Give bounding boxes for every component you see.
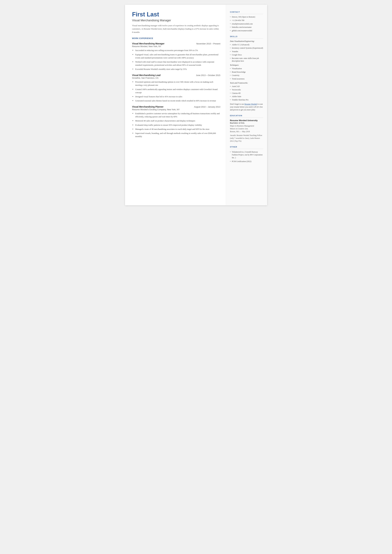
list-item: AutoCAD xyxy=(230,85,263,88)
contact-list: Denver, OH (Open to Remote) +1-234-456-7… xyxy=(230,16,263,32)
job-bullets-3: Established a positive customer service … xyxy=(132,112,220,138)
contact-item: +1-234-456-789 xyxy=(230,19,263,22)
skills-section: SKILLS Data Visualization/Engineering: A… xyxy=(230,35,263,111)
list-item: Youtube xyxy=(230,50,263,53)
edu-degree: Bachelor of Arts xyxy=(230,122,263,124)
job-title: Visual Merchandising Manager xyxy=(132,19,220,22)
job-header-3: Visual Merchandising Planner August 2010… xyxy=(132,105,220,108)
list-item: Cinema 4D xyxy=(230,92,263,95)
edu-awards: Awards: Resume Worded Teaching Fellow (o… xyxy=(230,134,263,142)
skills-category-label-3: Tools and Frameworks: xyxy=(230,82,263,84)
skills-note-prefix: Don't forget to use xyxy=(230,103,245,105)
job-title-1: Visual Merchandising Manager xyxy=(132,42,165,45)
list-item: Adobe CC (Advanced) xyxy=(230,43,263,46)
contact-item: Denver, OH (Open to Remote) xyxy=(230,16,263,18)
job-company-1: Resume Worded, New York, NY xyxy=(132,45,220,48)
other-item: Volunteered in a 3-month Runway Fashion … xyxy=(230,150,263,159)
list-item: Supervised visuals, branding, and sell t… xyxy=(132,132,220,138)
edu-location-date: Boston, MA — May 2018 xyxy=(230,130,263,133)
list-item: Presented opinions and merchandising opt… xyxy=(132,80,220,87)
list-item: Established a positive customer service … xyxy=(132,112,220,118)
list-item: Managed a team of 40 merchandising assoc… xyxy=(132,128,220,131)
list-item: Designed visual features that led to 45%… xyxy=(132,95,220,98)
list-item: Trend awareness xyxy=(230,77,263,80)
skills-note: Don't forget to use Resume Worded to sca… xyxy=(230,103,263,111)
list-item: Generated seasonal sales themes based on… xyxy=(132,99,220,102)
list-item: Brand Knowledge xyxy=(230,71,263,73)
job-header-2: Visual Merchandising Lead June 2013 – Oc… xyxy=(132,74,220,77)
education-section: EDUCATION Resume Worded University Bache… xyxy=(230,115,263,142)
edu-minors: Minors in Creative Arts xyxy=(230,127,263,130)
list-item: Exceeded Resume Worded's monthly store s… xyxy=(132,68,220,71)
list-item: Evaluated shop traffic patterns to ensur… xyxy=(132,124,220,127)
job-bullets-1: Succeeded in reducing zero selling acces… xyxy=(132,49,220,71)
summary: Visual merchandising manager with twelve… xyxy=(132,24,220,34)
skills-heading: SKILLS xyxy=(230,35,263,39)
name: First Last xyxy=(132,11,220,18)
job-block-3: Visual Merchandising Planner August 2010… xyxy=(132,105,220,138)
skills-list-2: Visualization Brand Knowledge Creativity… xyxy=(230,67,263,80)
skills-category-label-1: Data Visualization/Engineering: xyxy=(230,40,263,42)
list-item: Created 100% aesthetically appealing ins… xyxy=(132,88,220,94)
list-item: Mentored 40 sales staff on product chara… xyxy=(132,119,220,122)
other-heading: OTHER xyxy=(230,146,263,149)
skills-list-3: AutoCAD Vectoworks Cinema 4D Adobe Suite… xyxy=(230,85,263,101)
list-item: Visualization xyxy=(230,67,263,70)
job-dates-2: June 2013 – October 2015 xyxy=(196,74,220,77)
list-item: Equipped visual, sales and merchandising… xyxy=(132,53,220,59)
job-title-3: Visual Merchandising Planner xyxy=(132,105,164,108)
list-item: Adobe Suite xyxy=(230,95,263,98)
job-block-1: Visual Merchandising Manager November 20… xyxy=(132,42,220,71)
job-company-3: Resume Worded's Exciting Company, New Yo… xyxy=(132,108,220,111)
job-block-2: Visual Merchandising Lead June 2013 – Oc… xyxy=(132,74,220,102)
resume-worded-link[interactable]: Resume Worded xyxy=(244,103,257,105)
contact-section: CONTACT Denver, OH (Open to Remote) +1-2… xyxy=(230,11,263,32)
work-experience-heading: WORK EXPERIENCE xyxy=(132,37,220,40)
skills-category-label-2: Techniques: xyxy=(230,64,263,66)
education-heading: EDUCATION xyxy=(230,115,263,118)
job-header-1: Visual Merchandising Manager November 20… xyxy=(132,42,220,45)
job-dates-3: August 2010 – January 2013 xyxy=(194,106,220,108)
edu-major: Major in Business Management xyxy=(230,125,263,127)
work-experience-section: WORK EXPERIENCE Visual Merchandising Man… xyxy=(132,37,220,138)
other-section: OTHER Volunteered in a 3-month Runway Fa… xyxy=(230,146,263,163)
list-item: Trimble Sketchuo Pro xyxy=(230,98,263,101)
list-item: Creativity xyxy=(230,74,263,77)
job-title-2: Visual Merchandising Lead xyxy=(132,74,161,77)
right-column: CONTACT Denver, OH (Open to Remote) +1-2… xyxy=(226,5,267,205)
skills-list-1: Adobe CC (Advanced) Inventory control Sy… xyxy=(230,43,263,62)
contact-item: github.com/resumeworded xyxy=(230,29,263,32)
list-item: Recruiter note: enter skills from job de… xyxy=(230,57,263,63)
contact-item: email@resumeworded.com xyxy=(230,23,263,25)
edu-institution: Resume Worded University xyxy=(230,119,263,122)
resume-page: First Last Visual Merchandising Manager … xyxy=(125,5,267,205)
job-company-2: Growthsi, San Francisco, CA xyxy=(132,77,220,79)
list-item: Worked with retail staff to ensure that … xyxy=(132,60,220,67)
list-item: Inventory control Systems (Experienced) xyxy=(230,47,263,49)
contact-item: linkedin.com/in/username xyxy=(230,26,263,28)
job-bullets-2: Presented opinions and merchandising opt… xyxy=(132,80,220,102)
job-dates-1: November 2015 – Present xyxy=(196,42,220,45)
contact-heading: CONTACT xyxy=(230,11,263,14)
list-item: Vectoworks xyxy=(230,88,263,91)
list-item: Google Docs xyxy=(230,54,263,56)
other-item: PCM Certification (2022) xyxy=(230,160,263,163)
left-column: First Last Visual Merchandising Manager … xyxy=(125,5,226,205)
list-item: Succeeded in reducing zero selling acces… xyxy=(132,49,220,52)
other-list: Volunteered in a 3-month Runway Fashion … xyxy=(230,150,263,163)
